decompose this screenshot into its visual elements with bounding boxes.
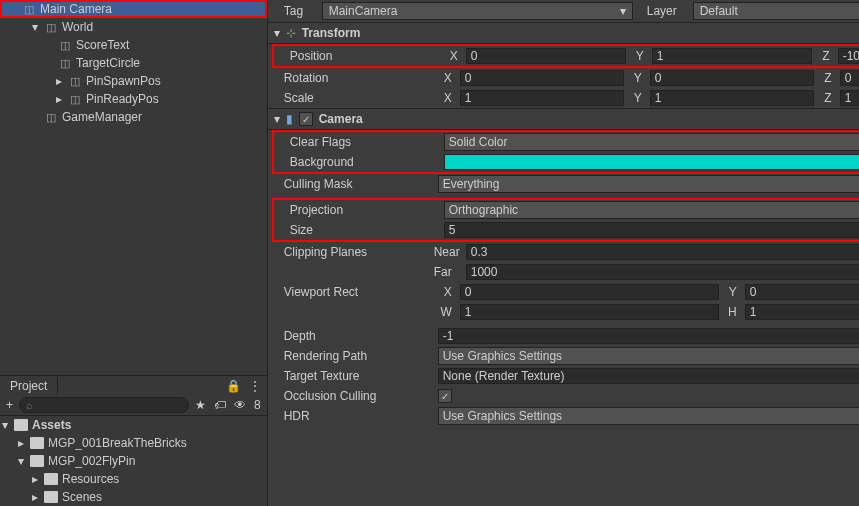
scale-x-input[interactable]	[460, 90, 624, 106]
chevron-down-icon: ▾	[620, 4, 626, 18]
hierarchy-pinspawn[interactable]: ▸ ◫ PinSpawnPos	[0, 72, 267, 90]
axis-label-w: W	[438, 305, 456, 319]
label-icon[interactable]: 🏷	[214, 398, 226, 412]
folder-icon	[44, 473, 58, 485]
rotation-z-input[interactable]	[840, 70, 859, 86]
near-input[interactable]	[466, 244, 859, 260]
foldout-icon[interactable]: ▸	[30, 492, 40, 502]
camera-header[interactable]: ▾ ▮ ✓ Camera ? ⚙ ⋮	[268, 108, 859, 130]
prop-label: Clipping Planes	[284, 245, 434, 259]
prop-label: Size	[290, 223, 440, 237]
prop-label: Target Texture	[284, 369, 434, 383]
foldout-icon[interactable]: ▾	[30, 22, 40, 32]
transform-header[interactable]: ▾ ⊹ Transform ? ⚙ ⋮	[268, 22, 859, 44]
position-x-input[interactable]	[466, 48, 626, 64]
hierarchy-item-label: World	[62, 20, 93, 34]
cullingmask-dropdown[interactable]: Everything ▾	[438, 175, 859, 193]
project-search-row: + ★ 🏷 👁 8	[0, 395, 267, 416]
targettexture-row: Target Texture None (Render Texture) ⊙	[268, 366, 859, 386]
foldout-icon[interactable]: ▾	[0, 420, 10, 430]
prop-label: Viewport Rect	[284, 285, 434, 299]
foldout-icon[interactable]: ▸	[30, 474, 40, 484]
clearflags-bg-highlight: Clear Flags Solid Color ▾ Background ✎	[272, 130, 859, 174]
clipping-far-row: Far	[268, 262, 859, 282]
tag-dropdown[interactable]: MainCamera ▾	[322, 2, 633, 20]
background-row: Background ✎	[274, 152, 859, 172]
foldout-icon[interactable]: ▾	[16, 456, 26, 466]
camera-icon: ▮	[286, 112, 293, 126]
foldout-icon[interactable]: ▾	[274, 26, 280, 40]
layer-dropdown[interactable]: Default ▾	[693, 2, 859, 20]
foldout-icon[interactable]: ▾	[274, 112, 280, 126]
position-z-input[interactable]	[838, 48, 859, 64]
object-field-value: None (Render Texture)	[443, 369, 565, 383]
hdr-dropdown[interactable]: Use Graphics Settings ▾	[438, 407, 859, 425]
renderingpath-dropdown[interactable]: Use Graphics Settings ▾	[438, 347, 859, 365]
rotation-y-input[interactable]	[650, 70, 814, 86]
hierarchy-targetcircle[interactable]: ◫ TargetCircle	[0, 54, 267, 72]
viewport-w-input[interactable]	[460, 304, 719, 320]
project-item-label: Assets	[32, 418, 71, 432]
project-scenes[interactable]: ▸ Scenes	[0, 488, 267, 506]
projection-row: Projection Orthographic ▾	[274, 200, 859, 220]
hierarchy-pinready[interactable]: ▸ ◫ PinReadyPos	[0, 90, 267, 108]
project-tab[interactable]: Project	[0, 377, 58, 395]
project-search-input[interactable]	[19, 397, 189, 413]
project-tree: ▾ Assets ▸ MGP_001BreakTheBricks ▾ MGP_0…	[0, 416, 267, 506]
project-item-label: Scenes	[62, 490, 102, 504]
scale-y-input[interactable]	[650, 90, 814, 106]
menu-icon[interactable]: ⋮	[249, 379, 261, 393]
project-mgp1[interactable]: ▸ MGP_001BreakTheBricks	[0, 434, 267, 452]
clearflags-row: Clear Flags Solid Color ▾	[274, 132, 859, 152]
hierarchy-world[interactable]: ▾ ◫ World	[0, 18, 267, 36]
scale-z-input[interactable]	[840, 90, 859, 106]
prop-label: Culling Mask	[284, 177, 434, 191]
hierarchy-main-camera[interactable]: ◫ Main Camera	[0, 0, 267, 18]
project-resources[interactable]: ▸ Resources	[0, 470, 267, 488]
gameobject-icon: ◫	[44, 20, 58, 34]
add-icon[interactable]: +	[6, 398, 13, 412]
project-item-label: MGP_001BreakTheBricks	[48, 436, 187, 450]
folder-icon	[14, 419, 28, 431]
position-y-input[interactable]	[652, 48, 812, 64]
hierarchy-item-label: PinReadyPos	[86, 92, 159, 106]
hierarchy-panel: ◫ Main Camera ▾ ◫ World ◫ ScoreText ◫ Ta…	[0, 0, 267, 375]
viewport-x-input[interactable]	[460, 284, 719, 300]
hierarchy-item-label: PinSpawnPos	[86, 74, 161, 88]
far-input[interactable]	[466, 264, 859, 280]
lock-icon[interactable]: 🔒	[226, 379, 241, 393]
hierarchy-item-label: GameManager	[62, 110, 142, 124]
project-header: Project 🔒 ⋮	[0, 375, 267, 395]
hierarchy-scoretext[interactable]: ◫ ScoreText	[0, 36, 267, 54]
occlusion-checkbox[interactable]: ✓	[438, 389, 452, 403]
foldout-icon[interactable]: ▸	[16, 438, 26, 448]
projection-dropdown[interactable]: Orthographic ▾	[444, 201, 859, 219]
project-mgp2[interactable]: ▾ MGP_002FlyPin	[0, 452, 267, 470]
viewport-y-input[interactable]	[745, 284, 859, 300]
camera-enable-checkbox[interactable]: ✓	[299, 112, 313, 126]
project-item-label: Resources	[62, 472, 119, 486]
project-toolbar: 🔒 ⋮	[226, 379, 267, 393]
foldout-icon[interactable]: ▸	[54, 94, 64, 104]
viewport-h-input[interactable]	[745, 304, 859, 320]
axis-label-x: X	[438, 285, 456, 299]
depth-input[interactable]	[438, 328, 859, 344]
targettexture-field[interactable]: None (Render Texture) ⊙	[438, 368, 859, 384]
clearflags-dropdown[interactable]: Solid Color ▾	[444, 133, 859, 151]
prop-label: Occlusion Culling	[284, 389, 434, 403]
left-panel: ◫ Main Camera ▾ ◫ World ◫ ScoreText ◫ Ta…	[0, 0, 267, 506]
hidden-icon[interactable]: 👁	[234, 398, 246, 412]
hierarchy-gamemanager[interactable]: ◫ GameManager	[0, 108, 267, 126]
dropdown-value: Orthographic	[449, 203, 518, 217]
rotation-x-input[interactable]	[460, 70, 624, 86]
clipping-near-row: Clipping Planes Near	[268, 242, 859, 262]
tag-value: MainCamera	[329, 4, 398, 18]
gameobject-icon: ◫	[68, 74, 82, 88]
folder-icon	[44, 491, 58, 503]
hidden-count: 8	[254, 398, 261, 412]
project-assets[interactable]: ▾ Assets	[0, 416, 267, 434]
size-input[interactable]	[444, 222, 859, 238]
foldout-icon[interactable]: ▸	[54, 76, 64, 86]
background-color-field[interactable]	[444, 154, 859, 170]
favorite-icon[interactable]: ★	[195, 398, 206, 412]
